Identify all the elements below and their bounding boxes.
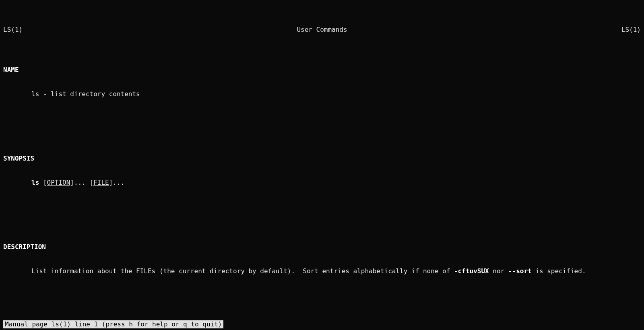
header-right: LS(1) [621, 26, 641, 34]
man-page-viewer[interactable]: LS(1) User Commands LS(1) NAME ls - list… [0, 0, 644, 330]
man-header: LS(1) User Commands LS(1) [3, 26, 641, 34]
header-left: LS(1) [3, 26, 23, 34]
synopsis-option: OPTION [47, 179, 70, 186]
pager-status-bar[interactable]: Manual page ls(1) line 1 (press h for he… [3, 320, 223, 328]
description-para1: List information about the FILEs (the cu… [3, 267, 641, 275]
synopsis-cmd: ls [31, 179, 39, 186]
section-description-heading: DESCRIPTION [3, 243, 641, 251]
section-name-heading: NAME [3, 66, 641, 74]
synopsis-file: FILE [93, 179, 109, 186]
synopsis-content: ls [OPTION]... [FILE]... [3, 179, 641, 187]
section-synopsis-heading: SYNOPSIS [3, 155, 641, 163]
header-center: User Commands [297, 26, 347, 34]
name-content: ls - list directory contents [3, 90, 641, 98]
